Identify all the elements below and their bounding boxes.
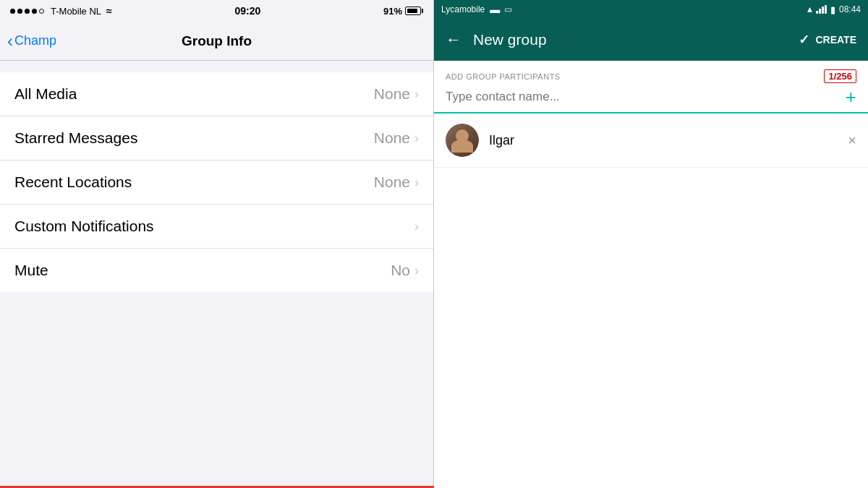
ios-time: 09:20 (234, 5, 260, 17)
battery-icon (405, 7, 423, 15)
android-panel: Lycamobile ▬ ▭ ▴ ▮ 08:44 ← New group ✓ C (434, 0, 868, 488)
contact-avatar-ilgar (446, 124, 479, 157)
signal-bar-2 (819, 9, 821, 14)
signal-dot-4 (32, 9, 37, 14)
create-label[interactable]: CREATE (815, 34, 856, 46)
menu-right-locations: None › (374, 174, 419, 191)
menu-right-notifications: › (414, 219, 419, 234)
battery-fill (407, 9, 417, 13)
menu-label-mute: Mute (14, 262, 48, 279)
android-create-button[interactable]: ✓ CREATE (799, 32, 856, 48)
chevron-right-icon-3: › (414, 175, 419, 190)
menu-value-mute: No (391, 262, 410, 279)
menu-right-mute: No › (391, 262, 419, 279)
contact-remove-button-ilgar[interactable]: × (848, 132, 856, 149)
menu-label-starred: Starred Messages (14, 129, 137, 147)
back-label[interactable]: Champ (14, 33, 56, 48)
signal-dot-1 (10, 9, 15, 14)
menu-item-mute[interactable]: Mute No › (0, 249, 433, 292)
contact-name-ilgar: Ilgar (489, 133, 838, 148)
menu-value-all-media: None (374, 85, 410, 103)
battery-tip (422, 9, 423, 13)
android-nav-title: New group (473, 31, 547, 48)
signal-dot-5 (39, 9, 44, 14)
battery-body (405, 7, 421, 15)
participants-section: ADD GROUP PARTICIPANTS 1/256 + (434, 61, 868, 114)
contact-item-ilgar[interactable]: Ilgar × (434, 114, 868, 168)
menu-right-starred: None › (374, 129, 419, 147)
ios-menu-list: All Media None › Starred Messages None ›… (0, 72, 433, 292)
android-status-bar: Lycamobile ▬ ▭ ▴ ▮ 08:44 (434, 0, 868, 19)
signal-dot-2 (17, 9, 22, 14)
add-plus-button[interactable]: + (846, 87, 856, 106)
ios-status-bar: T-Mobile NL ≈ 09:20 91% (0, 0, 433, 22)
menu-label-locations: Recent Locations (14, 174, 132, 191)
sim-icon: ▬ (490, 4, 500, 15)
android-nav-bar: ← New group ✓ CREATE (434, 19, 868, 61)
menu-item-notifications[interactable]: Custom Notifications › (0, 205, 433, 249)
ios-status-right: 91% (383, 6, 423, 17)
participants-count-badge: 1/256 (824, 69, 856, 83)
menu-value-starred: None (374, 129, 410, 147)
android-back-arrow-icon[interactable]: ← (446, 30, 461, 49)
ios-status-left: T-Mobile NL ≈ (10, 5, 112, 17)
battery-percent: 91% (383, 6, 402, 17)
check-icon: ✓ (799, 32, 809, 48)
menu-item-starred[interactable]: Starred Messages None › (0, 116, 433, 160)
menu-item-locations[interactable]: Recent Locations None › (0, 160, 433, 205)
android-time: 08:44 (839, 4, 861, 14)
chevron-right-icon-5: › (414, 263, 419, 278)
menu-label-notifications: Custom Notifications (14, 218, 154, 235)
signal-bar-3 (822, 7, 824, 14)
battery-android-icon: ▮ (830, 4, 835, 15)
menu-item-all-media[interactable]: All Media None › (0, 72, 433, 116)
contact-list: Ilgar × (434, 114, 868, 488)
menu-label-all-media: All Media (14, 85, 77, 103)
android-carrier: Lycamobile (441, 4, 485, 14)
contact-search-input[interactable] (446, 90, 846, 104)
carrier-label: T-Mobile NL (51, 6, 101, 17)
android-nav-left: ← New group (446, 30, 547, 49)
android-status-right: ▴ ▮ 08:44 (807, 4, 861, 15)
signal-bars-icon (816, 5, 827, 14)
contact-input-row: + (446, 87, 856, 112)
signal-bar-1 (816, 11, 818, 14)
participants-section-label: ADD GROUP PARTICIPANTS (446, 72, 561, 81)
signal-bar-4 (825, 5, 827, 14)
signal-dot-3 (25, 9, 30, 14)
ios-nav-title: Group Info (182, 33, 252, 49)
menu-value-locations: None (374, 174, 410, 191)
menu-right-all-media: None › (374, 85, 419, 103)
ios-panel: T-Mobile NL ≈ 09:20 91% ‹ Champ Group In… (0, 0, 434, 488)
wifi-signal-icon: ▴ (807, 5, 812, 14)
ios-back-button[interactable]: ‹ Champ (7, 33, 56, 50)
wifi-symbol: ▴ (807, 3, 812, 14)
android-status-left: Lycamobile ▬ ▭ (441, 4, 512, 15)
screen-icon: ▭ (504, 4, 512, 14)
chevron-right-icon-2: › (414, 131, 419, 146)
avatar-person-image (446, 124, 479, 157)
ios-nav-bar: ‹ Champ Group Info (0, 22, 433, 61)
chevron-right-icon-1: › (414, 87, 419, 102)
chevron-left-icon: ‹ (7, 33, 13, 50)
participants-header: ADD GROUP PARTICIPANTS 1/256 (446, 69, 856, 83)
wifi-icon: ≈ (106, 5, 112, 17)
chevron-right-icon-4: › (414, 219, 419, 234)
